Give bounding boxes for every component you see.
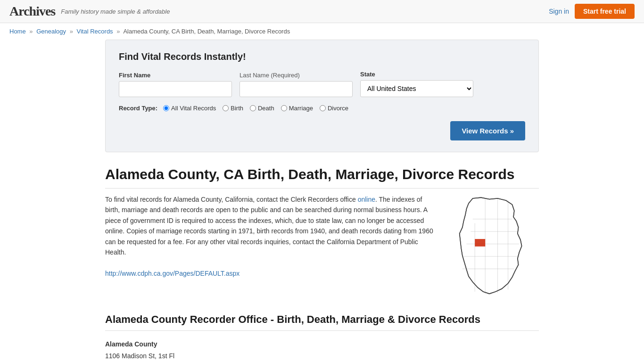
recorder-section-title: Alameda County Recorder Office - Birth, … (105, 313, 539, 331)
radio-birth-input[interactable] (223, 105, 229, 111)
main-content: Find Vital Records Instantly! First Name… (96, 40, 548, 362)
view-records-button[interactable]: View Records » (450, 121, 525, 140)
state-select[interactable]: All United States Alabama Alaska Arizona… (360, 80, 473, 97)
radio-birth[interactable]: Birth (223, 105, 243, 112)
content-area: To find vital records for Alameda County… (105, 194, 539, 299)
radio-divorce-label: Divorce (328, 105, 348, 112)
map-container (445, 194, 539, 299)
record-type-row: Record Type: All Vital Records Birth Dea… (119, 105, 525, 112)
radio-death-label: Death (258, 105, 274, 112)
description-paragraph: To find vital records for Alameda County… (105, 194, 435, 257)
sign-in-link[interactable]: Sign in (549, 8, 569, 15)
last-name-input[interactable] (239, 81, 353, 97)
record-type-label: Record Type: (119, 105, 157, 112)
radio-divorce[interactable]: Divorce (320, 105, 348, 112)
state-label: State (360, 71, 473, 78)
radio-death-input[interactable] (250, 105, 256, 111)
brand-logo: Archives (9, 4, 55, 19)
first-name-group: First Name (119, 72, 232, 97)
search-title: Find Vital Records Instantly! (119, 51, 525, 62)
breadcrumb: Home » Genealogy » Vital Records » Alame… (0, 23, 644, 40)
office-address-1: 1106 Madison St, 1st Fl (105, 350, 539, 362)
breadcrumb-vital-records[interactable]: Vital Records (77, 28, 113, 35)
radio-marriage-input[interactable] (281, 105, 287, 111)
desc-part-2: . The indexes of birth, marriage and dea… (105, 196, 433, 256)
header: Archives Family history made simple & af… (0, 0, 644, 23)
radio-marriage[interactable]: Marriage (281, 105, 313, 112)
breadcrumb-home[interactable]: Home (9, 28, 26, 35)
online-link[interactable]: online (358, 196, 375, 203)
search-box: Find Vital Records Instantly! First Name… (105, 40, 539, 152)
page-title: Alameda County, CA Birth, Death, Marriag… (105, 166, 539, 189)
breadcrumb-sep-3: » (116, 28, 120, 35)
svg-rect-9 (475, 239, 485, 247)
first-name-label: First Name (119, 72, 232, 79)
radio-all-vital[interactable]: All Vital Records (163, 105, 216, 112)
content-text: To find vital records for Alameda County… (105, 194, 435, 299)
radio-all-vital-input[interactable] (163, 105, 169, 111)
office-info: Alameda County 1106 Madison St, 1st Fl O… (105, 338, 539, 362)
radio-marriage-label: Marriage (289, 105, 313, 112)
california-map (445, 194, 534, 298)
last-name-group: Last Name (Required) (239, 72, 353, 97)
search-fields: First Name Last Name (Required) State Al… (119, 71, 525, 97)
header-right: Sign in Start free trial (549, 4, 635, 19)
breadcrumb-sep-2: » (70, 28, 73, 35)
start-trial-button[interactable]: Start free trial (575, 4, 635, 19)
search-btn-row: View Records » (119, 121, 525, 140)
header-left: Archives Family history made simple & af… (9, 4, 170, 19)
breadcrumb-current: Alameda County, CA Birth, Death, Marriag… (123, 28, 290, 35)
breadcrumb-sep-1: » (29, 28, 33, 35)
brand-tagline: Family history made simple & affordable (61, 8, 170, 15)
office-name: Alameda County (105, 338, 539, 350)
cdph-url: http://www.cdph.ca.gov/Pages/DEFAULT.asp… (105, 268, 435, 279)
last-name-label: Last Name (Required) (239, 72, 353, 79)
radio-all-vital-label: All Vital Records (171, 105, 216, 112)
radio-death[interactable]: Death (250, 105, 274, 112)
cdph-link[interactable]: http://www.cdph.ca.gov/Pages/DEFAULT.asp… (105, 270, 239, 277)
first-name-input[interactable] (119, 81, 232, 97)
radio-divorce-input[interactable] (320, 105, 326, 111)
breadcrumb-genealogy[interactable]: Genealogy (36, 28, 66, 35)
state-group: State All United States Alabama Alaska A… (360, 71, 473, 97)
recorder-section: Alameda County Recorder Office - Birth, … (105, 313, 539, 362)
desc-part-1: To find vital records for Alameda County… (105, 196, 358, 203)
radio-birth-label: Birth (231, 105, 243, 112)
